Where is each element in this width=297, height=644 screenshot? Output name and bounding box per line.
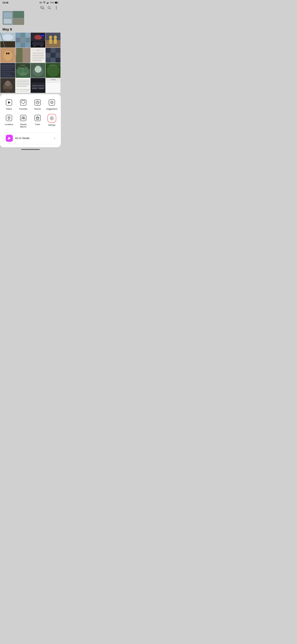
photo-cell[interactable]: Available starting 5.15 Learn more Order…	[31, 78, 45, 93]
menu-item-suggestions[interactable]: Suggestions	[46, 98, 58, 110]
svg-rect-85	[1, 71, 14, 72]
shared-icon	[19, 114, 27, 122]
photo-cell[interactable]: It's the thinnest Apple product yet — an…	[15, 78, 30, 93]
svg-text:Tu: Tu	[52, 82, 53, 83]
bulb-icon	[48, 98, 56, 106]
svg-rect-34	[25, 38, 30, 42]
menu-item-favorites[interactable]: Favorites	[17, 98, 29, 110]
svg-rect-82	[1, 64, 14, 66]
svg-rect-80	[56, 58, 60, 62]
svg-rect-112	[16, 83, 29, 84]
svg-rect-19	[13, 11, 24, 18]
video-icon	[5, 98, 13, 106]
svg-line-149	[53, 101, 53, 101]
svg-text:Remaster: Remaster	[58, 64, 60, 66]
svg-rect-4	[46, 3, 47, 4]
cloud-off-icon[interactable]	[40, 6, 44, 10]
svg-rect-69	[32, 60, 41, 61]
photo-cell[interactable]	[0, 33, 15, 48]
svg-text:cat: cat	[37, 50, 39, 51]
menu-item-trash[interactable]: Trash	[32, 114, 43, 128]
home-bar	[21, 149, 40, 150]
photo-cell[interactable]: 2141	[31, 33, 45, 48]
svg-rect-66	[32, 52, 44, 54]
menu-item-label: Locations	[5, 123, 13, 126]
svg-text:Order now: Order now	[39, 88, 44, 89]
status-icons: 71%	[39, 2, 58, 4]
svg-text:Background blur: Background blur	[49, 64, 57, 66]
photo-cell[interactable]: Calendar Su Mo Tu We Th Fr	[46, 78, 60, 93]
svg-line-148	[53, 103, 53, 104]
photo-cell[interactable]: Remaster	[31, 63, 45, 78]
menu-row-1: Videos Favorites Recent	[3, 98, 58, 110]
photo-cell[interactable]: Background blur Remaster	[46, 63, 60, 78]
svg-text:Remaster: Remaster	[20, 64, 25, 66]
photo-cell[interactable]	[46, 33, 60, 48]
menu-item-label: Shared albums	[17, 123, 29, 128]
menu-item-recent[interactable]: Recent	[32, 98, 43, 110]
search-icon[interactable]	[47, 6, 51, 10]
svg-point-51	[54, 36, 57, 39]
svg-rect-86	[1, 73, 10, 74]
svg-rect-62	[16, 48, 22, 63]
top-photo[interactable]	[2, 11, 24, 25]
svg-point-44	[40, 44, 43, 47]
svg-text:Th: Th	[56, 82, 57, 83]
photo-cell[interactable]: Remaster	[15, 63, 30, 78]
menu-item-shared-albums[interactable]: Shared albums	[17, 114, 29, 128]
menu-item-label: Settings	[48, 124, 55, 126]
svg-point-25	[2, 34, 13, 40]
svg-rect-75	[46, 53, 50, 58]
svg-rect-78	[46, 58, 50, 62]
svg-rect-48	[46, 40, 60, 47]
svg-rect-26	[0, 41, 15, 47]
wifi-icon	[43, 2, 46, 4]
photo-cell[interactable]	[0, 48, 15, 63]
svg-rect-114	[16, 86, 27, 87]
photo-cell[interactable]	[46, 48, 60, 63]
svg-rect-107	[5, 89, 6, 93]
photo-grid: 2141	[0, 33, 61, 93]
svg-rect-5	[47, 3, 48, 4]
clock-icon	[33, 98, 42, 106]
svg-rect-37	[25, 43, 30, 48]
photo-cell[interactable]	[15, 48, 30, 63]
photo-cell[interactable]	[0, 63, 15, 78]
svg-rect-83	[1, 67, 14, 68]
svg-text:Available starting 5.15: Available starting 5.15	[32, 85, 44, 86]
svg-rect-31	[25, 33, 30, 38]
svg-rect-22	[4, 19, 12, 24]
svg-rect-156	[35, 115, 40, 121]
photo-cell[interactable]: cat	[31, 48, 45, 63]
menu-row-2: Locations Shared albums	[3, 114, 58, 128]
svg-rect-77	[56, 53, 60, 58]
heart-icon	[19, 98, 27, 106]
svg-rect-52	[54, 39, 57, 44]
svg-point-161	[51, 117, 53, 119]
status-bar: 13:26 71%	[0, 0, 61, 4]
svg-point-59	[8, 52, 9, 54]
svg-rect-36	[20, 43, 25, 48]
menu-item-videos[interactable]: Videos	[3, 98, 15, 110]
svg-rect-32	[15, 38, 20, 42]
svg-text:Remaster: Remaster	[36, 64, 40, 66]
photo-cell[interactable]	[15, 33, 30, 48]
svg-rect-30	[20, 33, 25, 38]
svg-rect-29	[15, 33, 20, 38]
svg-rect-157	[36, 117, 39, 120]
svg-text:Fr: Fr	[58, 82, 59, 83]
svg-rect-33	[20, 38, 25, 42]
svg-rect-141	[49, 100, 55, 106]
settings-icon	[48, 115, 55, 122]
studio-label: Go to Studio	[15, 137, 30, 140]
photo-cell[interactable]	[0, 78, 15, 93]
menu-item-settings[interactable]: Settings	[46, 114, 58, 128]
svg-text:Su: Su	[47, 82, 48, 83]
svg-rect-136	[20, 100, 26, 106]
top-action-bar	[0, 4, 61, 11]
menu-item-label: Favorites	[19, 108, 27, 110]
studio-row[interactable]: Go to Studio ›	[3, 132, 58, 144]
more-options-icon[interactable]	[54, 6, 58, 10]
svg-point-155	[23, 117, 24, 118]
menu-item-locations[interactable]: Locations	[3, 114, 15, 128]
